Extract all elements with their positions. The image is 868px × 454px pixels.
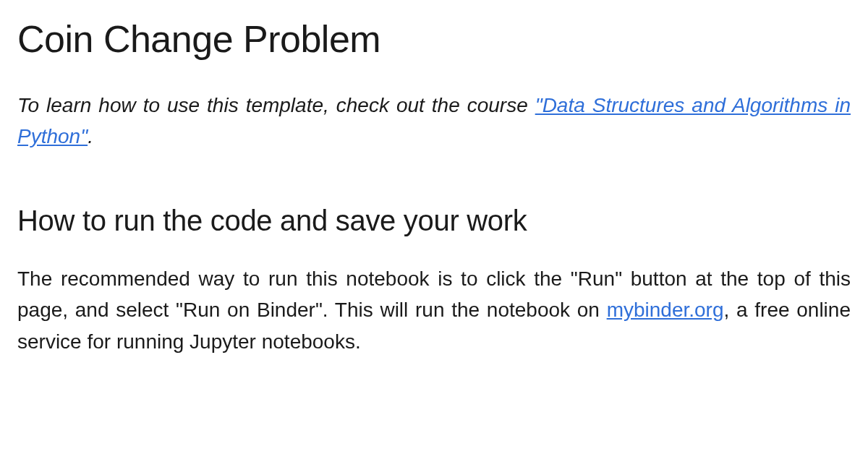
- intro-text-prefix: To learn how to use this template, check…: [17, 94, 535, 116]
- mybinder-link[interactable]: mybinder.org: [607, 299, 724, 321]
- section-body: The recommended way to run this notebook…: [17, 263, 851, 357]
- page-title: Coin Change Problem: [17, 17, 851, 61]
- intro-paragraph: To learn how to use this template, check…: [17, 90, 851, 153]
- section-heading: How to run the code and save your work: [17, 205, 851, 237]
- intro-text-suffix: .: [88, 125, 93, 147]
